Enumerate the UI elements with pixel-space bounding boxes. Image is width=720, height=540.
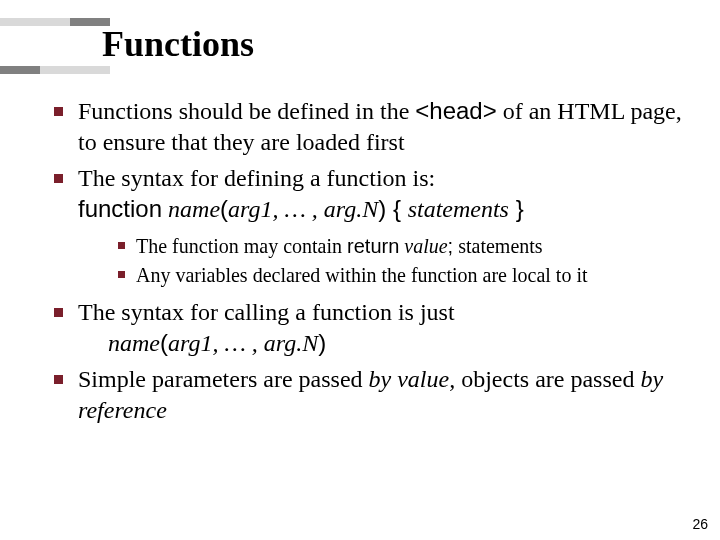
list-item: Simple parameters are passed by value, o… [48,364,696,425]
call-name: name [108,330,160,356]
text: Simple parameters are passed [78,366,369,392]
text: The syntax for defining a function is: [78,165,435,191]
function-syntax: function name(arg1, … , arg.N) { stateme… [78,196,524,222]
slide-title: Functions [102,26,254,62]
text: statements [453,235,542,257]
emphasis: by value, [369,366,456,392]
sub-list: The function may contain return value; s… [78,233,696,289]
decor-bar-light [40,66,110,74]
text: The function may contain [136,235,347,257]
syntax-name: name [162,196,220,222]
bullet-list: Functions should be defined in the <head… [48,96,696,426]
call-args: arg1, … , arg.N [168,330,318,356]
syntax-args: arg1, … , arg.N [228,196,378,222]
text: The syntax for calling a function is jus… [78,299,455,325]
keyword-return: return [347,235,399,257]
paren-close: ) [318,329,326,356]
decor-bar-light [0,18,70,26]
list-item: The syntax for calling a function is jus… [48,297,696,358]
syntax-statements: statements [408,196,509,222]
text: objects are passed [455,366,640,392]
paren-open: ( [160,329,168,356]
text: Any variables declared within the functi… [136,264,588,286]
list-item: Any variables declared within the functi… [114,262,696,289]
paren-open: ( [220,195,228,222]
code-head: <head> [415,97,496,124]
page-number: 26 [692,516,708,532]
list-item: Functions should be defined in the <head… [48,96,696,157]
keyword-function: function [78,195,162,222]
decor-bar-dark [0,66,40,74]
title-bottom-bars [0,66,254,74]
title-block: Functions [0,18,254,74]
list-item: The function may contain return value; s… [114,233,696,260]
content-area: Functions should be defined in the <head… [48,96,696,432]
call-syntax: name(arg1, … , arg.N) [78,328,696,359]
return-value: value [399,235,447,257]
slide: Functions Functions should be defined in… [0,0,720,540]
list-item: The syntax for defining a function is: f… [48,163,696,288]
text: Functions should be defined in the [78,98,415,124]
paren-close: ) { [378,195,407,222]
brace-close: } [509,195,524,222]
